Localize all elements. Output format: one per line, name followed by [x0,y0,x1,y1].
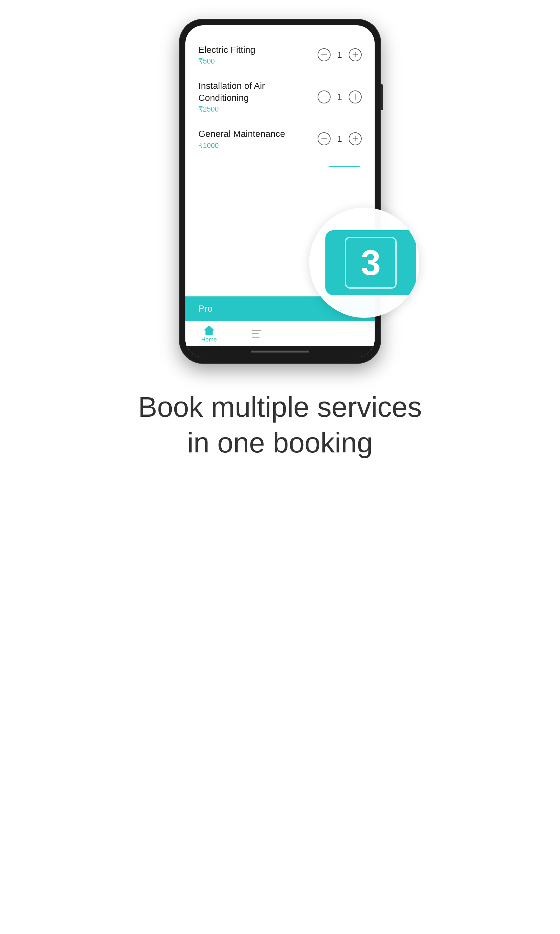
minus-button-3[interactable] [318,132,331,145]
service-item-maintenance: General Maintenance ₹1000 1 [198,121,362,157]
minus-button-1[interactable] [318,48,331,61]
service-name-electric-fitting: Electric Fitting [198,44,318,56]
service-info-electric-fitting: Electric Fitting ₹500 [198,44,318,66]
service-price-maintenance: ₹1000 [198,142,318,150]
home-indicator [185,346,375,358]
service-price-ac: ₹2500 [198,105,318,114]
nav-list[interactable] [233,330,280,339]
service-price-electric-fitting: ₹500 [198,57,318,66]
plus-button-3[interactable] [349,132,362,145]
badge-teal-container: 3 [325,230,416,295]
phone-mockup: Electric Fitting ₹500 1 Installation of … [180,20,380,363]
nav-bar: Home [185,321,375,346]
quantity-value-2: 1 [336,92,343,102]
quantity-value-3: 1 [336,134,343,144]
service-item-electric-fitting: Electric Fitting ₹500 1 [198,37,362,73]
headline-section: Book multiple services in one booking [112,389,448,461]
minus-button-2[interactable] [318,91,331,103]
nav-home[interactable]: Home [185,325,233,343]
service-item-ac: Installation of Air Conditioning ₹2500 1 [198,73,362,121]
headline-text: Book multiple services in one booking [138,389,422,461]
quantity-control-3: 1 [318,132,362,145]
service-info-ac: Installation of Air Conditioning ₹2500 [198,80,318,114]
quantity-control-2: 1 [318,91,362,103]
proceed-label: Pro [198,304,212,314]
quantity-control-1: 1 [318,48,362,61]
headline-line1: Book multiple services [138,391,422,423]
service-info-lights: Installation of the Lights ₹300 [198,165,327,167]
service-info-maintenance: General Maintenance ₹1000 [198,128,318,150]
service-list: Electric Fitting ₹500 1 Installation of … [185,25,375,167]
cart-badge-number: 3 [345,237,397,289]
service-name-maintenance: General Maintenance [198,128,318,140]
home-icon [203,325,215,335]
service-item-lights: Installation of the Lights ₹300 ADD [198,157,362,167]
plus-button-2[interactable] [349,91,362,103]
service-name-lights: Installation of the Lights [198,165,327,167]
headline-line2: in one booking [187,427,373,459]
home-indicator-bar [251,351,309,353]
floating-badge-circle: 3 [309,208,419,318]
plus-button-1[interactable] [349,48,362,61]
list-icon [252,330,261,338]
nav-home-label: Home [201,336,217,343]
quantity-value-1: 1 [336,50,343,60]
service-name-ac: Installation of Air Conditioning [198,80,318,104]
